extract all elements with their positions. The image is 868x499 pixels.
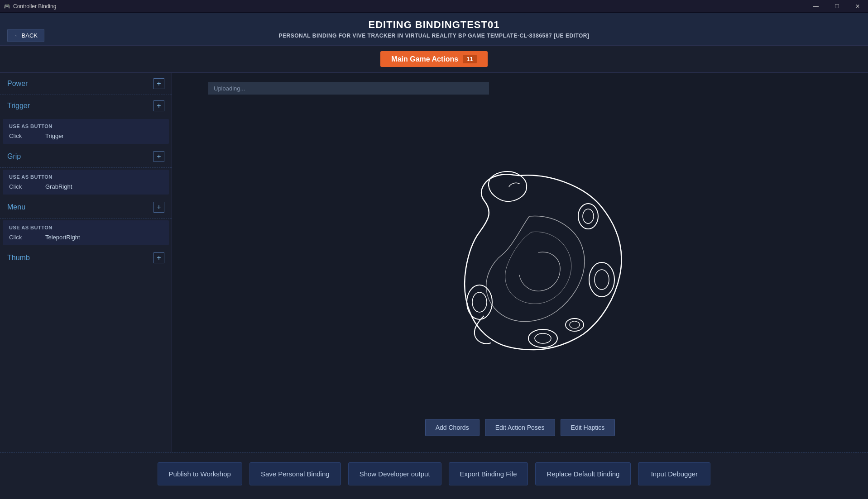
svg-point-5 — [535, 333, 551, 343]
svg-point-2 — [589, 262, 614, 297]
action-set-count: 11 — [463, 55, 476, 63]
edit-action-poses-button[interactable]: Edit Action Poses — [485, 419, 555, 436]
section-header-grip[interactable]: Grip + — [0, 146, 172, 168]
add-menu-button[interactable]: + — [153, 202, 164, 213]
input-debugger-button[interactable]: Input Debugger — [638, 462, 710, 485]
section-title-trigger: Trigger — [7, 102, 30, 110]
page-subtitle: PERSONAL BINDING FOR VIVE TRACKER IN VIR… — [9, 33, 859, 39]
publish-to-workshop-button[interactable]: Publish to Workshop — [158, 462, 242, 485]
add-chords-button[interactable]: Add Chords — [425, 419, 480, 436]
section-title-thumb: Thumb — [7, 254, 30, 262]
action-buttons-row: Add Chords Edit Action Poses Edit Haptic… — [425, 419, 615, 436]
uploading-bar: Uploading... — [208, 82, 489, 95]
grip-name: GrabRight — [45, 183, 72, 190]
svg-point-0 — [467, 285, 492, 319]
trigger-name: Trigger — [45, 133, 64, 139]
menu-action: Click — [9, 234, 36, 241]
svg-point-1 — [472, 292, 487, 312]
show-developer-output-button[interactable]: Show Developer output — [348, 462, 441, 485]
app-icon: 🎮 — [4, 3, 10, 10]
title-bar: 🎮 Controller Binding — ☐ ✕ — [0, 0, 868, 13]
svg-point-9 — [570, 321, 580, 328]
controller-svg — [393, 162, 647, 352]
add-thumb-button[interactable]: + — [153, 252, 164, 263]
menu-binding-type: USE AS BUTTON — [9, 225, 163, 230]
header: ← BACK EDITING BINDINGTEST01 PERSONAL BI… — [0, 13, 868, 46]
save-personal-binding-button[interactable]: Save Personal Binding — [249, 462, 341, 485]
action-set-pill[interactable]: Main Game Actions 11 — [380, 51, 487, 67]
right-panel: Uploading... — [172, 73, 868, 452]
section-header-thumb[interactable]: Thumb + — [0, 247, 172, 269]
page-title: EDITING BINDINGTEST01 — [9, 19, 859, 31]
menu-binding-row: Click TeleportRight — [9, 234, 163, 241]
add-trigger-button[interactable]: + — [153, 100, 164, 111]
minimize-button[interactable]: — — [806, 0, 826, 13]
trigger-binding-row: Click Trigger — [9, 133, 163, 139]
close-button[interactable]: ✕ — [847, 0, 868, 13]
action-set-bar: Main Game Actions 11 — [0, 46, 868, 73]
menu-binding-block: USE AS BUTTON Click TeleportRight — [3, 220, 169, 245]
grip-binding-type: USE AS BUTTON — [9, 174, 163, 180]
action-set-label: Main Game Actions — [391, 55, 458, 63]
edit-haptics-button[interactable]: Edit Haptics — [561, 419, 615, 436]
add-power-button[interactable]: + — [153, 78, 164, 89]
section-header-power[interactable]: Power + — [0, 73, 172, 95]
grip-binding-block: USE AS BUTTON Click GrabRight — [3, 170, 169, 195]
back-button[interactable]: ← BACK — [7, 29, 44, 42]
section-header-trigger[interactable]: Trigger + — [0, 95, 172, 117]
window-controls: — ☐ ✕ — [806, 0, 868, 13]
section-title-menu: Menu — [7, 203, 25, 211]
grip-binding-row: Click GrabRight — [9, 183, 163, 190]
svg-point-4 — [528, 329, 557, 347]
title-bar-text: Controller Binding — [13, 3, 56, 10]
svg-point-8 — [566, 318, 584, 331]
svg-point-6 — [578, 204, 598, 229]
maximize-button[interactable]: ☐ — [826, 0, 847, 13]
section-title-grip: Grip — [7, 152, 21, 161]
trigger-binding-type: USE AS BUTTON — [9, 124, 163, 129]
main-layout: Power + Trigger + USE AS BUTTON Click Tr… — [0, 73, 868, 452]
svg-point-3 — [595, 270, 609, 290]
left-panel: Power + Trigger + USE AS BUTTON Click Tr… — [0, 73, 172, 452]
section-title-power: Power — [7, 80, 28, 88]
menu-name: TeleportRight — [45, 234, 80, 241]
section-header-menu[interactable]: Menu + — [0, 196, 172, 219]
bottom-bar: Publish to Workshop Save Personal Bindin… — [0, 452, 868, 495]
trigger-binding-block: USE AS BUTTON Click Trigger — [3, 119, 169, 144]
controller-image-container — [181, 102, 859, 412]
grip-action: Click — [9, 183, 36, 190]
uploading-text: Uploading... — [214, 85, 245, 92]
export-binding-file-button[interactable]: Export Binding File — [449, 462, 528, 485]
svg-point-7 — [583, 209, 594, 223]
replace-default-binding-button[interactable]: Replace Default Binding — [535, 462, 631, 485]
trigger-action: Click — [9, 133, 36, 139]
add-grip-button[interactable]: + — [153, 151, 164, 162]
